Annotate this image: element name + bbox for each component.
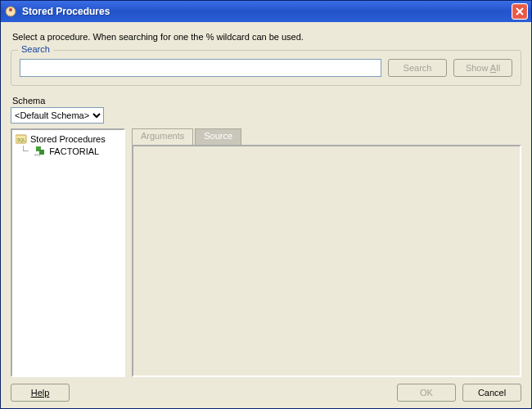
tab-arguments[interactable]: Arguments xyxy=(132,128,193,145)
search-button[interactable]: Search xyxy=(388,59,447,77)
ok-button[interactable]: OK xyxy=(397,384,456,402)
search-group: Search Search Show All xyxy=(11,50,521,86)
dialog-window: Stored Procedures Select a procedure. Wh… xyxy=(0,0,532,409)
search-input[interactable] xyxy=(20,59,381,77)
footer: Help OK Cancel xyxy=(11,377,521,402)
svg-text:SQL: SQL xyxy=(34,153,42,156)
schema-select[interactable]: <Default Schema> xyxy=(11,107,104,124)
tab-source[interactable]: Source xyxy=(195,128,241,145)
proc-sql-icon: SQL xyxy=(34,146,46,156)
tab-strip: Arguments Source xyxy=(132,128,521,145)
search-legend: Search xyxy=(18,44,53,54)
detail-pane: Arguments Source xyxy=(132,128,521,377)
search-row: Search Show All xyxy=(20,59,512,77)
procedure-tree[interactable]: SQL Stored Procedures └╴ SQL FACTORI xyxy=(11,128,125,377)
app-icon xyxy=(4,5,17,18)
schema-block: Schema <Default Schema> xyxy=(11,96,521,124)
folder-sql-icon: SQL xyxy=(16,134,27,144)
cancel-button[interactable]: Cancel xyxy=(462,384,521,402)
tree-item-label: FACTORIAL xyxy=(49,146,99,156)
main-split: SQL Stored Procedures └╴ SQL FACTORI xyxy=(11,128,521,377)
svg-point-1 xyxy=(9,8,12,11)
tree-root-label: Stored Procedures xyxy=(30,134,106,144)
svg-text:SQL: SQL xyxy=(17,137,25,142)
instruction-text: Select a procedure. When searching for o… xyxy=(12,32,521,42)
client-area: Select a procedure. When searching for o… xyxy=(1,22,531,408)
show-all-button[interactable]: Show All xyxy=(453,59,512,77)
show-all-label: Show All xyxy=(466,63,500,73)
titlebar: Stored Procedures xyxy=(1,1,531,22)
tree-root[interactable]: SQL Stored Procedures xyxy=(14,133,122,145)
tab-content xyxy=(132,145,521,377)
close-button[interactable] xyxy=(512,3,528,20)
window-title: Stored Procedures xyxy=(22,6,512,17)
help-button[interactable]: Help xyxy=(11,384,70,402)
tree-item[interactable]: └╴ SQL FACTORIAL xyxy=(19,145,122,157)
tree-connector: └╴ xyxy=(20,146,31,156)
schema-label: Schema xyxy=(11,96,521,106)
